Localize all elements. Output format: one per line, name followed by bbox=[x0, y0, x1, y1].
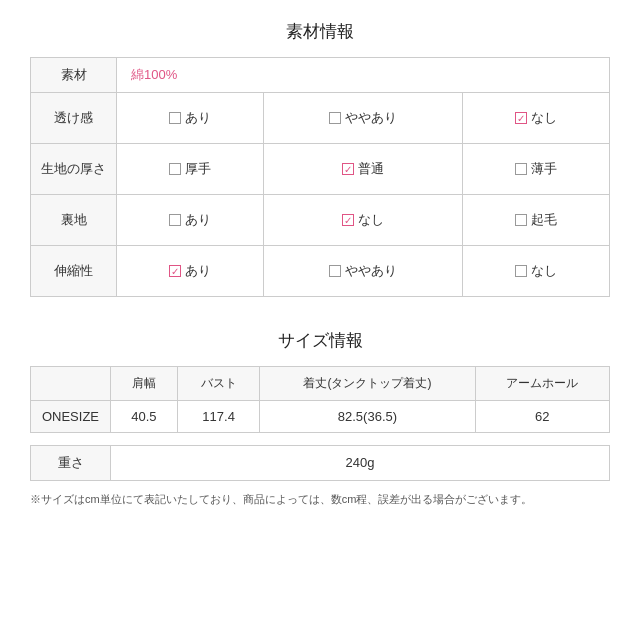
table-row: 透け感 あり ややあり bbox=[31, 93, 610, 144]
material-value: 綿100% bbox=[131, 67, 177, 82]
stretch-label: 伸縮性 bbox=[31, 246, 117, 297]
table-row: 裏地 あり ✓ なし bbox=[31, 195, 610, 246]
option-label: なし bbox=[531, 262, 557, 280]
thickness-option-3: 薄手 bbox=[462, 144, 609, 195]
transparency-option-1: あり bbox=[117, 93, 264, 144]
stretch-option-1: ✓ あり bbox=[117, 246, 264, 297]
weight-value: 240g bbox=[111, 445, 610, 480]
size-shoulder: 40.5 bbox=[111, 400, 178, 432]
option-item: 起毛 bbox=[515, 211, 557, 229]
option-item: ✓ なし bbox=[515, 109, 557, 127]
size-header-row: 肩幅 バスト 着丈(タンクトップ着丈) アームホール bbox=[31, 367, 610, 401]
checkbox-unchecked bbox=[169, 163, 181, 175]
option-label: あり bbox=[185, 211, 211, 229]
option-label: あり bbox=[185, 262, 211, 280]
size-section-title: サイズ情報 bbox=[30, 329, 610, 352]
option-label: 普通 bbox=[358, 160, 384, 178]
option-item: ややあり bbox=[329, 262, 397, 280]
option-item: 厚手 bbox=[169, 160, 211, 178]
material-section-title: 素材情報 bbox=[30, 20, 610, 43]
option-label: なし bbox=[531, 109, 557, 127]
transparency-option-3: ✓ なし bbox=[462, 93, 609, 144]
size-armhole: 62 bbox=[475, 400, 609, 432]
thickness-label: 生地の厚さ bbox=[31, 144, 117, 195]
checkbox-unchecked bbox=[329, 112, 341, 124]
size-length: 82.5(36.5) bbox=[260, 400, 475, 432]
size-name: ONESIZE bbox=[31, 400, 111, 432]
size-col-header-bust: バスト bbox=[177, 367, 259, 401]
lining-option-2: ✓ なし bbox=[264, 195, 462, 246]
option-label: なし bbox=[358, 211, 384, 229]
size-col-header-shoulder: 肩幅 bbox=[111, 367, 178, 401]
lining-option-3: 起毛 bbox=[462, 195, 609, 246]
stretch-option-2: ややあり bbox=[264, 246, 462, 297]
option-item: 薄手 bbox=[515, 160, 557, 178]
option-item: あり bbox=[169, 211, 211, 229]
size-data-row: ONESIZE 40.5 117.4 82.5(36.5) 62 bbox=[31, 400, 610, 432]
size-col-header-armhole: アームホール bbox=[475, 367, 609, 401]
table-row: 生地の厚さ 厚手 ✓ 普通 bbox=[31, 144, 610, 195]
table-row: 素材 綿100% bbox=[31, 58, 610, 93]
option-item: あり bbox=[169, 109, 211, 127]
weight-label: 重さ bbox=[31, 445, 111, 480]
stretch-option-3: なし bbox=[462, 246, 609, 297]
checkbox-unchecked bbox=[515, 163, 527, 175]
size-col-header-empty bbox=[31, 367, 111, 401]
transparency-label: 透け感 bbox=[31, 93, 117, 144]
size-bust: 117.4 bbox=[177, 400, 259, 432]
material-label: 素材 bbox=[31, 58, 117, 93]
checkbox-checked: ✓ bbox=[342, 214, 354, 226]
section-gap bbox=[30, 301, 610, 329]
option-label: あり bbox=[185, 109, 211, 127]
option-label: 起毛 bbox=[531, 211, 557, 229]
checkbox-unchecked bbox=[169, 214, 181, 226]
option-label: 厚手 bbox=[185, 160, 211, 178]
small-gap bbox=[30, 437, 610, 445]
option-item: ややあり bbox=[329, 109, 397, 127]
weight-row: 重さ 240g bbox=[31, 445, 610, 480]
option-label: ややあり bbox=[345, 262, 397, 280]
thickness-option-2: ✓ 普通 bbox=[264, 144, 462, 195]
thickness-option-1: 厚手 bbox=[117, 144, 264, 195]
option-label: ややあり bbox=[345, 109, 397, 127]
size-note: ※サイズはcm単位にて表記いたしており、商品によっては、数cm程、誤差が出る場合… bbox=[30, 491, 610, 509]
checkbox-unchecked bbox=[515, 265, 527, 277]
checkbox-checked: ✓ bbox=[515, 112, 527, 124]
checkbox-unchecked bbox=[515, 214, 527, 226]
option-item: なし bbox=[515, 262, 557, 280]
lining-option-1: あり bbox=[117, 195, 264, 246]
option-item: ✓ 普通 bbox=[342, 160, 384, 178]
weight-table: 重さ 240g bbox=[30, 445, 610, 481]
table-row: 伸縮性 ✓ あり ややあり bbox=[31, 246, 610, 297]
material-value-cell: 綿100% bbox=[117, 58, 610, 93]
checkbox-unchecked bbox=[329, 265, 341, 277]
option-item: ✓ あり bbox=[169, 262, 211, 280]
checkbox-checked: ✓ bbox=[169, 265, 181, 277]
lining-label: 裏地 bbox=[31, 195, 117, 246]
page-wrapper: 素材情報 素材 綿100% 透け感 あり bbox=[30, 20, 610, 508]
checkbox-unchecked bbox=[169, 112, 181, 124]
option-item: ✓ なし bbox=[342, 211, 384, 229]
size-table: 肩幅 バスト 着丈(タンクトップ着丈) アームホール ONESIZE 40.5 … bbox=[30, 366, 610, 433]
checkbox-checked: ✓ bbox=[342, 163, 354, 175]
option-label: 薄手 bbox=[531, 160, 557, 178]
material-table: 素材 綿100% 透け感 あり ややあり bbox=[30, 57, 610, 297]
transparency-option-2: ややあり bbox=[264, 93, 462, 144]
size-col-header-length: 着丈(タンクトップ着丈) bbox=[260, 367, 475, 401]
